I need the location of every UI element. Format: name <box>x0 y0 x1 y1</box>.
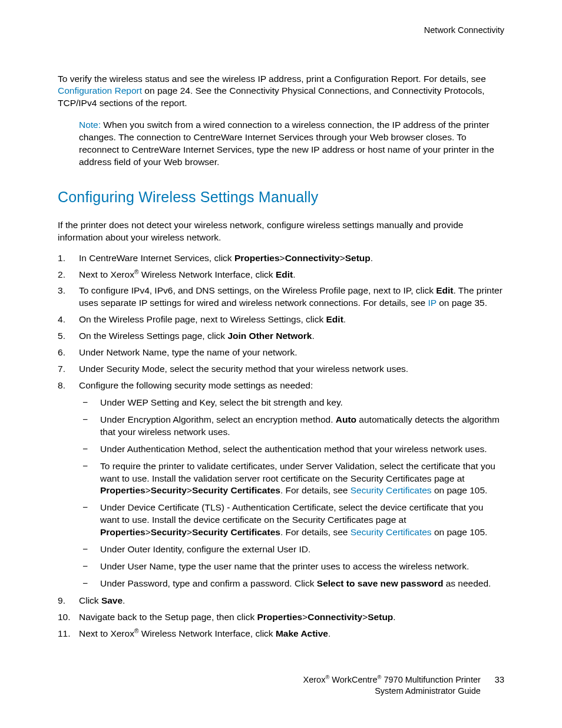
note-paragraph: Note: When you switch from a wired conne… <box>79 119 504 169</box>
text: . <box>343 314 346 324</box>
text: . <box>312 331 314 341</box>
text: as needed. <box>443 578 491 588</box>
sep: > <box>302 612 308 622</box>
sep: > <box>187 527 192 537</box>
bold: Select to save new password <box>317 578 444 588</box>
footer-line-2: System Administrator Guide <box>303 686 481 697</box>
text: Next to Xerox <box>79 628 134 638</box>
footer-text: Xerox® WorkCentre® 7970 Multifunction Pr… <box>303 674 481 697</box>
text: 7970 Multifunction Printer <box>381 675 480 684</box>
intro-paragraph: To verify the wireless status and see th… <box>58 73 504 110</box>
section-intro: If the printer does not detect your wire… <box>58 219 504 244</box>
bold: Connectivity <box>285 253 340 263</box>
text: Under Authentication Method, select the … <box>100 444 487 454</box>
text: Under Device Certificate (TLS) - Authent… <box>100 502 483 525</box>
security-certificates-link[interactable]: Security Certificates <box>351 527 432 537</box>
bold: Edit <box>436 285 453 295</box>
text: In CentreWare Internet Services, click <box>79 253 234 263</box>
bold: Security <box>151 485 187 495</box>
bold: Security Certificates <box>192 527 280 537</box>
text: Xerox <box>303 675 326 684</box>
text: Next to Xerox <box>79 269 134 279</box>
bold: Save <box>101 595 123 605</box>
text: Under WEP Setting and Key, select the bi… <box>100 397 343 407</box>
step-2: Next to Xerox® Wireless Network Interfac… <box>58 269 504 281</box>
security-certificates-link[interactable]: Security Certificates <box>351 485 432 495</box>
footer-line-1: Xerox® WorkCentre® 7970 Multifunction Pr… <box>303 674 481 686</box>
text: Under Network Name, type the name of you… <box>79 347 297 357</box>
text: To configure IPv4, IPv6, and DNS setting… <box>79 285 436 295</box>
page-header-section: Network Connectivity <box>58 25 504 37</box>
step-9: Click Save. <box>58 595 504 607</box>
sep: > <box>340 253 345 263</box>
text: on page 35. <box>437 298 487 308</box>
sep: > <box>362 612 368 622</box>
bold: Edit <box>326 314 343 324</box>
substep: Under Encryption Algorithm, select an en… <box>79 414 504 439</box>
substep: Under Device Certificate (TLS) - Authent… <box>79 502 504 539</box>
text: To require the printer to validate certi… <box>100 461 495 483</box>
text: Wireless Network Interface, click <box>138 269 276 279</box>
substep: Under Password, type and confirm a passw… <box>79 578 504 590</box>
substep: Under User Name, type the user name that… <box>79 561 504 573</box>
step-11: Next to Xerox® Wireless Network Interfac… <box>58 628 504 640</box>
bold: Make Active <box>276 628 328 638</box>
text: . <box>293 269 295 279</box>
ip-link[interactable]: IP <box>428 298 436 308</box>
bold: Security Certificates <box>192 485 280 495</box>
step-8: Configure the following security mode se… <box>58 380 504 590</box>
text: Under Security Mode, select the security… <box>79 364 408 374</box>
text: WorkCentre <box>329 675 377 684</box>
text: . <box>123 595 125 605</box>
note-label: Note: <box>79 120 101 130</box>
bold: Setup <box>368 612 393 622</box>
sep: > <box>187 485 192 495</box>
steps-list: In CentreWare Internet Services, click P… <box>58 252 504 640</box>
text: Under Outer Identity, configure the exte… <box>100 544 310 554</box>
intro-text-a: To verify the wireless status and see th… <box>58 74 486 84</box>
text: . <box>393 612 395 622</box>
text: On the Wireless Profile page, next to Wi… <box>79 314 326 324</box>
step-6: Under Network Name, type the name of you… <box>58 347 504 359</box>
bold: Properties <box>234 253 280 263</box>
text: . <box>328 628 330 638</box>
text: on page 105. <box>432 527 488 537</box>
step-4: On the Wireless Profile page, next to Wi… <box>58 314 504 326</box>
step-7: Under Security Mode, select the security… <box>58 363 504 375</box>
substep: Under Authentication Method, select the … <box>79 443 504 456</box>
bold: Connectivity <box>308 612 362 622</box>
text: Wireless Network Interface, click <box>138 628 276 638</box>
text: Under Encryption Algorithm, select an en… <box>100 414 336 424</box>
page-number: 33 <box>495 674 504 686</box>
bold: Properties <box>257 612 302 622</box>
text: . For details, see <box>280 485 351 495</box>
text: On the Wireless Settings page, click <box>79 331 227 341</box>
section-heading: Configuring Wireless Settings Manually <box>58 187 504 207</box>
text: Click <box>79 595 101 605</box>
step-3: To configure IPv4, IPv6, and DNS setting… <box>58 285 504 309</box>
substep: Under Outer Identity, configure the exte… <box>79 543 504 556</box>
substep: To require the printer to validate certi… <box>79 460 504 498</box>
bold: Security <box>151 527 187 537</box>
text: Configure the following security mode se… <box>79 380 313 390</box>
step-5: On the Wireless Settings page, click Joi… <box>58 330 504 342</box>
bold: Auto <box>336 414 356 424</box>
page-footer: Xerox® WorkCentre® 7970 Multifunction Pr… <box>58 674 504 697</box>
text: Under User Name, type the user name that… <box>100 561 469 571</box>
step-10: Navigate back to the Setup page, then cl… <box>58 611 504 624</box>
bold: Properties <box>100 527 146 537</box>
bold: Join Other Network <box>227 331 312 341</box>
text: . <box>371 253 373 263</box>
sep: > <box>146 485 151 495</box>
bold: Properties <box>100 485 146 495</box>
text: on page 105. <box>432 485 488 495</box>
configuration-report-link[interactable]: Configuration Report <box>58 85 142 95</box>
substep: Under WEP Setting and Key, select the bi… <box>79 397 504 409</box>
step-1: In CentreWare Internet Services, click P… <box>58 252 504 265</box>
note-text: When you switch from a wired connection … <box>79 120 494 167</box>
sep: > <box>146 527 151 537</box>
bold: Setup <box>345 253 371 263</box>
text: Under Password, type and confirm a passw… <box>100 578 317 588</box>
text: Navigate back to the Setup page, then cl… <box>79 612 257 622</box>
sep: > <box>280 253 285 263</box>
